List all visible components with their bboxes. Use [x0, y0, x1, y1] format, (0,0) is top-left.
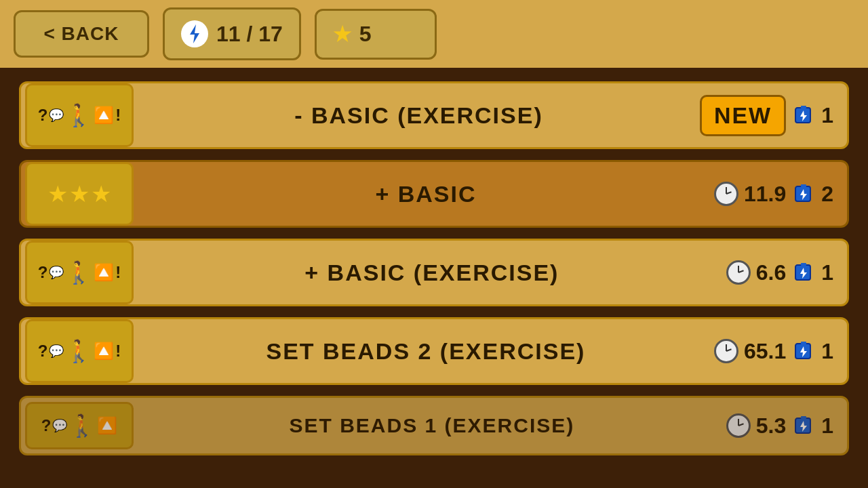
list-item[interactable]: ★ ★ ★ + BASIC 11.9 2: [19, 160, 849, 228]
lesson-icon: ? 💬 🚶 🔼: [25, 402, 134, 449]
figure-icon: 🚶: [65, 338, 92, 364]
lesson-stats: 11.9 2: [714, 182, 847, 207]
question-mark-icon: ?: [38, 106, 48, 125]
timer-value: 11.9: [744, 182, 786, 207]
energy-cost: 1: [821, 339, 833, 364]
lesson-icon: ? 💬 🚶 🔼 !: [25, 83, 134, 147]
question-mark-icon: ?: [41, 416, 52, 435]
hat-icon: 🔼: [97, 416, 117, 435]
exclaim-mark-icon: !: [115, 263, 121, 282]
star-icon: ★: [333, 22, 351, 46]
list-item[interactable]: ? 💬 🚶 🔼 ! - BASIC (EXERCISE) NEW 1: [19, 81, 849, 149]
figure-icon: 🚶: [68, 413, 96, 439]
lesson-title: SET BEADS 2 (EXERCISE): [138, 338, 714, 365]
list-item[interactable]: ? 💬 🚶 🔼 ! SET BEADS 2 (EXERCISE) 65.1 1: [19, 317, 849, 385]
figure-icon: 🚶: [65, 102, 92, 128]
stars-value: 5: [359, 22, 372, 47]
svg-marker-0: [190, 24, 199, 43]
top-bar: < BACK 11 / 17 ★ 5: [0, 0, 868, 68]
battery-icon: [791, 103, 816, 127]
lesson-icon: ★ ★ ★: [25, 162, 134, 226]
star-2-icon: ★: [69, 180, 90, 207]
exclaim-mark-icon: !: [115, 106, 121, 125]
clock-icon: [714, 339, 738, 363]
figure-icon: 🚶: [65, 260, 92, 285]
battery-icon: [791, 182, 816, 206]
star-3-icon: ★: [91, 180, 111, 207]
hat-icon: 🔼: [94, 342, 114, 361]
clock-icon: [726, 260, 751, 285]
hat-icon: 🔼: [94, 263, 114, 282]
question-mark-icon: ?: [38, 263, 48, 282]
energy-icon: [181, 20, 208, 47]
star-1-icon: ★: [47, 180, 68, 207]
svg-rect-8: [801, 263, 806, 266]
svg-rect-5: [801, 184, 806, 187]
energy-cost: 2: [821, 182, 833, 207]
lesson-title: + BASIC: [138, 181, 714, 207]
timer-value: 5.3: [756, 413, 786, 439]
stars-stat-box: ★ 5: [315, 9, 437, 60]
list-item[interactable]: ? 💬 🚶 🔼 SET BEADS 1 (EXERCISE) 5.3 1: [19, 396, 849, 455]
lesson-title: + BASIC (EXERCISE): [138, 260, 726, 286]
clock-icon: [714, 182, 738, 206]
list-item[interactable]: ? 💬 🚶 🔼 ! + BASIC (EXERCISE) 6.6 1: [19, 239, 849, 306]
lesson-title: SET BEADS 1 (EXERCISE): [138, 414, 726, 437]
svg-rect-14: [801, 416, 806, 419]
energy-stat-box: 11 / 17: [163, 7, 301, 60]
lesson-title: - BASIC (EXERCISE): [138, 102, 700, 129]
lesson-icon: ? 💬 🚶 🔼 !: [25, 241, 134, 304]
lessons-list: ? 💬 🚶 🔼 ! - BASIC (EXERCISE) NEW 1 ★ ★ ★: [0, 68, 868, 488]
timer-value: 6.6: [756, 260, 786, 285]
exclaim-mark-icon: !: [115, 342, 121, 361]
lesson-stats: 65.1 1: [714, 339, 847, 364]
energy-value: 11 / 17: [216, 22, 283, 47]
speech-bubble-icon: 💬: [49, 344, 64, 359]
lesson-stats: 6.6 1: [726, 260, 847, 285]
battery-icon: [791, 413, 816, 438]
svg-rect-11: [801, 342, 806, 344]
battery-icon: [791, 339, 816, 363]
lesson-icon: ? 💬 🚶 🔼 !: [25, 319, 134, 383]
question-mark-icon: ?: [38, 342, 48, 361]
battery-icon: [791, 260, 816, 285]
lesson-stats: 5.3 1: [726, 413, 847, 439]
back-button[interactable]: < BACK: [14, 10, 149, 58]
speech-bubble-icon: 💬: [49, 108, 64, 123]
clock-icon: [726, 413, 751, 438]
svg-rect-2: [801, 106, 806, 108]
new-badge: NEW: [700, 95, 786, 136]
speech-bubble-icon: 💬: [49, 265, 64, 280]
hat-icon: 🔼: [94, 106, 114, 125]
speech-bubble-icon: 💬: [52, 418, 67, 433]
energy-cost: 1: [821, 260, 833, 285]
energy-cost: 1: [821, 413, 833, 439]
lesson-stats: NEW 1: [700, 95, 847, 136]
timer-value: 65.1: [744, 339, 786, 364]
energy-cost: 1: [821, 103, 833, 128]
